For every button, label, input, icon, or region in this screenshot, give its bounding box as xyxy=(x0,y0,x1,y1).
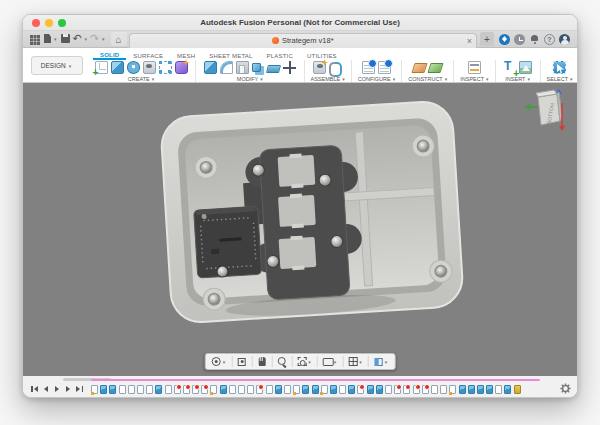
timeline-feature-10[interactable] xyxy=(174,385,181,394)
timeline-feature-29[interactable] xyxy=(348,385,355,394)
save-icon[interactable] xyxy=(60,33,71,45)
extrude-icon[interactable] xyxy=(111,61,124,74)
skip-end-button[interactable] xyxy=(75,385,83,393)
axis-x-arrow[interactable] xyxy=(559,126,565,131)
zoom-button[interactable] xyxy=(276,356,287,367)
timeline-feature-9[interactable] xyxy=(165,385,172,394)
close-window-button[interactable] xyxy=(32,19,40,27)
design-workspace-dropdown[interactable]: DESIGN ▾ xyxy=(31,56,83,75)
play-button[interactable] xyxy=(53,385,61,393)
model-canvas[interactable] xyxy=(23,83,577,376)
rectangular-pattern-icon[interactable] xyxy=(159,61,172,74)
timeline-feature-26[interactable] xyxy=(321,385,328,394)
connector-bracket[interactable] xyxy=(194,206,262,278)
timeline-feature-34[interactable] xyxy=(394,385,401,394)
timeline-feature-20[interactable] xyxy=(266,385,273,394)
grid-snaps-button[interactable]: ▾ xyxy=(347,356,364,367)
timeline-feature-38[interactable] xyxy=(431,385,438,394)
look-at-button[interactable] xyxy=(236,356,247,367)
offset-plane-icon[interactable] xyxy=(428,63,444,73)
press-pull-icon[interactable] xyxy=(204,61,217,74)
configure-dropdown-label[interactable]: CONFIGURE▾ xyxy=(358,76,396,82)
minimize-window-button[interactable] xyxy=(45,19,53,27)
timeline-feature-45[interactable] xyxy=(495,385,502,394)
offset-face-icon[interactable] xyxy=(266,65,281,73)
viewports-button[interactable]: ▾ xyxy=(373,356,390,367)
canvas-icon[interactable] xyxy=(519,61,532,74)
construction-plane-icon[interactable] xyxy=(412,63,428,73)
timeline-feature-36[interactable] xyxy=(413,385,420,394)
move-copy-icon[interactable] xyxy=(283,61,296,74)
timeline-feature-22[interactable] xyxy=(284,385,291,394)
profile-icon[interactable] xyxy=(559,34,570,45)
insert-derive-icon[interactable] xyxy=(503,61,516,74)
timeline-feature-33[interactable] xyxy=(385,385,392,394)
timeline-feature-4[interactable] xyxy=(119,385,126,394)
zoom-window-button[interactable] xyxy=(58,19,66,27)
timeline-feature-30[interactable] xyxy=(357,385,364,394)
axis-y-arrow[interactable] xyxy=(525,104,530,110)
configuration-table-icon[interactable] xyxy=(362,61,375,74)
timeline-feature-46[interactable] xyxy=(504,385,511,394)
timeline-feature-19[interactable] xyxy=(256,385,263,394)
shell-icon[interactable] xyxy=(236,61,249,74)
revolve-icon[interactable] xyxy=(127,61,140,74)
timeline-feature-5[interactable] xyxy=(128,385,135,394)
timeline-feature-11[interactable] xyxy=(183,385,190,394)
hole-icon[interactable] xyxy=(143,61,156,74)
create-sketch-icon[interactable] xyxy=(95,61,108,74)
file-new-icon[interactable] xyxy=(42,33,53,45)
display-settings-button[interactable]: ▾ xyxy=(322,356,339,367)
timeline-feature-40[interactable] xyxy=(449,385,456,394)
timeline-feature-3[interactable] xyxy=(109,385,116,394)
insert-configuration-icon[interactable] xyxy=(378,61,391,74)
redo-icon[interactable] xyxy=(90,33,101,45)
create-form-icon[interactable] xyxy=(175,61,188,74)
combine-icon[interactable] xyxy=(252,63,261,72)
timeline-feature-32[interactable] xyxy=(376,385,383,394)
timeline-feature-27[interactable] xyxy=(330,385,337,394)
joint-icon[interactable] xyxy=(329,61,342,74)
timeline-feature-18[interactable] xyxy=(247,385,254,394)
timeline-feature-24[interactable] xyxy=(302,385,309,394)
viewport[interactable]: BOTTOM ▾▾▾▾▾ xyxy=(23,83,577,376)
tab-solid[interactable]: SOLID xyxy=(93,52,126,60)
timeline-feature-35[interactable] xyxy=(403,385,410,394)
timeline-feature-13[interactable] xyxy=(201,385,208,394)
tab-utilities[interactable]: UTILITIES xyxy=(300,53,344,60)
notifications-icon[interactable] xyxy=(529,34,540,45)
timeline-feature-42[interactable] xyxy=(468,385,475,394)
assemble-dropdown-label[interactable]: ASSEMBLE▾ xyxy=(311,76,345,82)
undo-icon[interactable] xyxy=(73,33,84,45)
timeline-feature-15[interactable] xyxy=(220,385,227,394)
timeline-feature-7[interactable] xyxy=(146,385,153,394)
skip-start-button[interactable] xyxy=(31,385,39,393)
document-tab[interactable]: Strategem v18* × xyxy=(129,33,477,48)
app-launcher-icon[interactable] xyxy=(29,33,40,45)
orbit-button[interactable]: ▾ xyxy=(211,356,228,367)
timeline-feature-6[interactable] xyxy=(137,385,144,394)
close-document-icon[interactable]: × xyxy=(467,35,472,47)
timeline-settings-button[interactable] xyxy=(560,383,571,394)
construct-dropdown-label[interactable]: CONSTRUCT▾ xyxy=(408,76,447,82)
timeline-feature-1[interactable] xyxy=(91,385,98,394)
timeline-feature-31[interactable] xyxy=(367,385,374,394)
tab-plastic[interactable]: PLASTIC xyxy=(260,53,300,60)
modify-dropdown-label[interactable]: MODIFY▾ xyxy=(237,76,263,82)
measure-icon[interactable] xyxy=(468,61,481,74)
tab-surface[interactable]: SURFACE xyxy=(126,53,170,60)
timeline-feature-44[interactable] xyxy=(486,385,493,394)
timeline-feature-47[interactable] xyxy=(514,385,521,394)
timeline-feature-2[interactable] xyxy=(100,385,107,394)
timeline-feature-43[interactable] xyxy=(477,385,484,394)
step-forward-button[interactable] xyxy=(64,385,72,393)
inspect-dropdown-label[interactable]: INSPECT▾ xyxy=(460,76,488,82)
pan-button[interactable] xyxy=(256,356,267,367)
new-tab-button[interactable]: + xyxy=(480,32,494,46)
timeline-feature-8[interactable] xyxy=(155,385,162,394)
timeline-feature-12[interactable] xyxy=(192,385,199,394)
timeline-feature-37[interactable] xyxy=(422,385,429,394)
tab-sheet-metal[interactable]: SHEET METAL xyxy=(202,53,259,60)
home-tab-button[interactable]: ⌂ xyxy=(111,32,127,46)
timeline-feature-28[interactable] xyxy=(339,385,346,394)
